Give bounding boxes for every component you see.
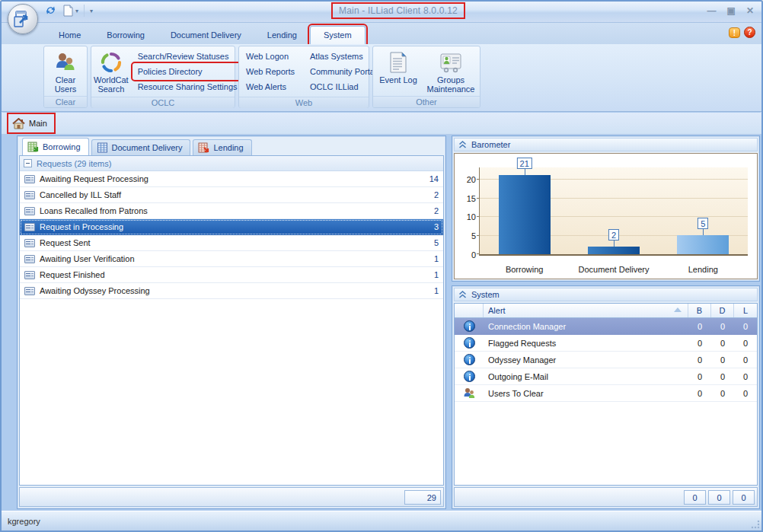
- tab-document-delivery-grid-label: Document Delivery: [112, 143, 183, 152]
- tab-borrowing-grid[interactable]: Borrowing: [22, 138, 89, 155]
- tabrow-help-icons: ! ?: [729, 27, 755, 38]
- policies-directory-button[interactable]: Policies Directory: [133, 64, 244, 79]
- main-form-tab-label: Main: [29, 119, 47, 128]
- resource-sharing-settings-button[interactable]: Resource Sharing Settings: [133, 79, 244, 94]
- request-status-label: Awaiting User Verification: [40, 254, 429, 263]
- tab-system[interactable]: System: [310, 26, 366, 44]
- ribbon-group-oclc: WorldCat Search Search/Review Statuses P…: [91, 46, 235, 108]
- new-form-button[interactable]: ▾: [62, 5, 78, 17]
- form-tab-bar: Main: [2, 113, 761, 135]
- system-b-total-box: 0: [684, 490, 706, 505]
- web-button-column-2: Atlas Systems Community Portal OCLC ILLi…: [305, 48, 382, 95]
- column-d[interactable]: D: [711, 304, 734, 317]
- tab-document-delivery-grid[interactable]: Document Delivery: [91, 139, 191, 155]
- illiad-client-window: ▾ ▾ Main - ILLiad Client 8.0.0.12 — ▣ ✕ …: [0, 0, 763, 532]
- collapse-icon[interactable]: [24, 159, 32, 167]
- system-header[interactable]: System: [454, 288, 758, 301]
- column-l[interactable]: L: [734, 304, 757, 317]
- groups-maintenance-icon: [439, 49, 463, 75]
- y-tick-label: 10: [456, 212, 476, 221]
- borrowing-grid-icon: [27, 142, 39, 152]
- alert-bubble-icon[interactable]: !: [729, 27, 740, 38]
- tab-borrowing[interactable]: Borrowing: [94, 27, 158, 44]
- community-portal-button[interactable]: Community Portal: [305, 64, 382, 79]
- tab-lending[interactable]: Lending: [254, 27, 310, 44]
- title-bar: ▾ ▾ Main - ILLiad Client 8.0.0.12 — ▣ ✕: [2, 2, 761, 23]
- new-form-dropdown-caret: ▾: [75, 8, 78, 14]
- alert-b-count: 0: [688, 355, 711, 365]
- barometer-header[interactable]: Barometer: [454, 138, 758, 151]
- minimize-button[interactable]: —: [707, 5, 717, 16]
- refresh-icon[interactable]: [44, 5, 57, 17]
- column-alert-label: Alert: [488, 306, 506, 315]
- alert-row[interactable]: Users To Clear 0 0 0: [455, 385, 757, 402]
- tab-lending-grid[interactable]: Lending: [193, 139, 251, 155]
- worldcat-search-button[interactable]: WorldCat Search: [94, 48, 129, 95]
- maximize-button[interactable]: ▣: [727, 5, 736, 16]
- ribbon-appbutton-spacer: [4, 46, 40, 109]
- requests-group-header[interactable]: Requests (29 items): [20, 156, 443, 171]
- bar-value-label: 21: [517, 158, 532, 169]
- request-row[interactable]: Cancelled by ILL Staff 2: [20, 187, 443, 203]
- oclc-illiad-button[interactable]: OCLC ILLiad: [305, 79, 382, 94]
- alert-row-selected[interactable]: Connection Manager 0 0 0: [455, 318, 757, 335]
- y-tick-mark: [477, 253, 480, 254]
- tab-borrowing-grid-label: Borrowing: [43, 142, 81, 151]
- web-alerts-button[interactable]: Web Alerts: [241, 79, 301, 94]
- alert-row[interactable]: Odyssey Manager 0 0 0: [455, 352, 757, 368]
- help-icon[interactable]: ?: [744, 27, 755, 38]
- requests-total-box: 29: [404, 490, 441, 505]
- web-logon-button[interactable]: Web Logon: [241, 49, 301, 64]
- alert-row[interactable]: Flagged Requests 0 0 0: [455, 335, 757, 352]
- request-count: 1: [434, 286, 440, 295]
- request-status-label: Awaiting Odyssey Processing: [40, 286, 429, 295]
- column-b[interactable]: B: [688, 304, 711, 317]
- request-row-selected[interactable]: Request in Processing 3: [20, 219, 443, 235]
- requests-panel: Borrowing Document Delivery Lending: [17, 135, 446, 509]
- window-controls: — ▣ ✕: [707, 5, 754, 16]
- request-count: 14: [429, 174, 440, 183]
- value-label-stem: [525, 169, 525, 175]
- request-row[interactable]: Request Finished 1: [20, 267, 443, 283]
- search-review-statuses-button[interactable]: Search/Review Statuses: [133, 49, 244, 64]
- bar-value-label: 2: [608, 229, 619, 241]
- requests-footer: 29: [19, 487, 444, 507]
- collapse-chevrons-icon: [458, 291, 467, 298]
- request-count: 1: [434, 254, 440, 263]
- main-form-tab[interactable]: Main: [9, 115, 53, 132]
- status-bar: kgregory: [2, 511, 761, 530]
- worldcat-icon: [100, 49, 123, 75]
- request-count: 5: [434, 238, 440, 247]
- request-row[interactable]: Request Sent 5: [20, 235, 443, 251]
- tab-document-delivery[interactable]: Document Delivery: [158, 27, 254, 44]
- web-reports-button[interactable]: Web Reports: [241, 64, 301, 79]
- clear-users-button[interactable]: Clear Users: [46, 48, 85, 94]
- resize-grip-icon[interactable]: [751, 520, 760, 529]
- info-icon: [464, 337, 475, 349]
- ribbon-tab-row: Home Borrowing Document Delivery Lending…: [2, 23, 761, 44]
- groups-maintenance-button[interactable]: Groups Maintenance: [426, 48, 476, 94]
- tab-home[interactable]: Home: [46, 27, 94, 44]
- alert-row[interactable]: Outgoing E-Mail 0 0 0: [455, 368, 757, 385]
- y-tick-label: 0: [456, 250, 476, 260]
- request-row[interactable]: Awaiting Odyssey Processing 1: [20, 283, 443, 299]
- barometer-plot: 0510152021Borrowing2Document Delivery5Le…: [479, 167, 748, 256]
- alert-b-count: 0: [688, 322, 711, 331]
- ribbon-group-other: Event Log Groups Ma: [372, 46, 480, 108]
- request-row[interactable]: Awaiting User Verification 1: [20, 251, 443, 267]
- request-row[interactable]: Awaiting Request Processing 14: [20, 171, 443, 187]
- alert-b-count: 0: [688, 372, 711, 381]
- request-row[interactable]: Loans Recalled from Patrons 2: [20, 203, 443, 219]
- event-log-button[interactable]: Event Log: [377, 48, 420, 94]
- alert-b-count: 0: [688, 339, 711, 348]
- atlas-systems-button[interactable]: Atlas Systems: [305, 49, 382, 64]
- application-menu-button[interactable]: [8, 4, 38, 34]
- right-column: Barometer 0510152021Borrowing2Document D…: [452, 135, 760, 509]
- request-status-label: Request in Processing: [40, 222, 429, 231]
- close-button[interactable]: ✕: [746, 5, 754, 16]
- column-alert[interactable]: Alert: [484, 304, 688, 317]
- customize-toolbar-chevron[interactable]: ▾: [90, 8, 92, 14]
- requests-list: Requests (29 items) Awaiting Request Pro…: [19, 155, 444, 486]
- request-grid-icon: [24, 287, 35, 295]
- alert-d-count: 0: [711, 389, 734, 398]
